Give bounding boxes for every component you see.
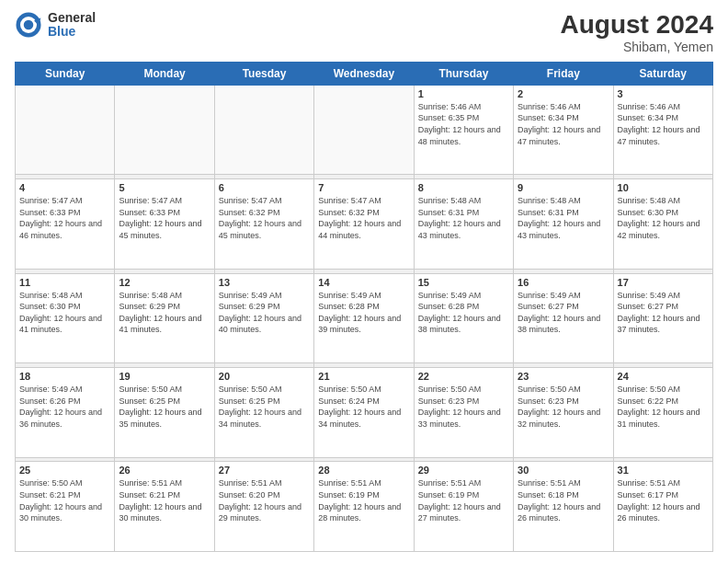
day-number: 16 <box>518 277 609 288</box>
day-info: Sunrise: 5:49 AM Sunset: 6:27 PM Dayligh… <box>618 290 709 336</box>
day-number: 17 <box>618 277 709 288</box>
week-row-4: 18Sunrise: 5:49 AM Sunset: 6:26 PM Dayli… <box>16 368 713 458</box>
day-number: 24 <box>618 371 709 382</box>
day-number: 25 <box>19 465 110 476</box>
day-number: 20 <box>219 371 310 382</box>
day-info: Sunrise: 5:51 AM Sunset: 6:20 PM Dayligh… <box>219 477 310 523</box>
day-info: Sunrise: 5:51 AM Sunset: 6:17 PM Dayligh… <box>618 477 709 523</box>
day-number: 18 <box>19 371 110 382</box>
day-number: 5 <box>119 182 210 193</box>
day-cell-23: 23Sunrise: 5:50 AM Sunset: 6:23 PM Dayli… <box>514 368 613 458</box>
empty-cell <box>314 85 414 175</box>
day-info: Sunrise: 5:49 AM Sunset: 6:29 PM Dayligh… <box>219 290 310 336</box>
day-info: Sunrise: 5:50 AM Sunset: 6:25 PM Dayligh… <box>219 384 310 430</box>
day-info: Sunrise: 5:46 AM Sunset: 6:34 PM Dayligh… <box>518 101 609 147</box>
day-info: Sunrise: 5:47 AM Sunset: 6:33 PM Dayligh… <box>119 195 210 241</box>
day-cell-27: 27Sunrise: 5:51 AM Sunset: 6:20 PM Dayli… <box>214 462 313 552</box>
day-number: 12 <box>119 277 210 288</box>
week-row-1: 1Sunrise: 5:46 AM Sunset: 6:35 PM Daylig… <box>16 85 713 175</box>
logo-blue: Blue <box>48 25 96 39</box>
day-info: Sunrise: 5:48 AM Sunset: 6:29 PM Dayligh… <box>119 290 210 336</box>
day-info: Sunrise: 5:50 AM Sunset: 6:22 PM Dayligh… <box>618 384 709 430</box>
day-cell-16: 16Sunrise: 5:49 AM Sunset: 6:27 PM Dayli… <box>514 273 613 363</box>
weekday-header-friday: Friday <box>514 62 613 85</box>
day-cell-19: 19Sunrise: 5:50 AM Sunset: 6:25 PM Dayli… <box>115 368 214 458</box>
day-number: 11 <box>19 277 110 288</box>
week-row-2: 4Sunrise: 5:47 AM Sunset: 6:33 PM Daylig… <box>16 179 713 270</box>
day-number: 27 <box>219 465 310 476</box>
day-info: Sunrise: 5:48 AM Sunset: 6:30 PM Dayligh… <box>618 195 709 241</box>
day-cell-24: 24Sunrise: 5:50 AM Sunset: 6:22 PM Dayli… <box>613 368 712 458</box>
day-info: Sunrise: 5:46 AM Sunset: 6:34 PM Dayligh… <box>618 101 709 147</box>
day-cell-11: 11Sunrise: 5:48 AM Sunset: 6:30 PM Dayli… <box>16 273 115 363</box>
day-info: Sunrise: 5:49 AM Sunset: 6:28 PM Dayligh… <box>318 290 409 336</box>
weekday-header-row: SundayMondayTuesdayWednesdayThursdayFrid… <box>16 62 713 85</box>
day-cell-21: 21Sunrise: 5:50 AM Sunset: 6:24 PM Dayli… <box>314 368 414 458</box>
day-cell-13: 13Sunrise: 5:49 AM Sunset: 6:29 PM Dayli… <box>214 273 313 363</box>
location: Shibam, Yemen <box>561 40 714 54</box>
day-number: 31 <box>618 465 709 476</box>
weekday-header-thursday: Thursday <box>414 62 513 85</box>
day-info: Sunrise: 5:49 AM Sunset: 6:28 PM Dayligh… <box>418 290 509 336</box>
weekday-header-tuesday: Tuesday <box>214 62 313 85</box>
day-cell-3: 3Sunrise: 5:46 AM Sunset: 6:34 PM Daylig… <box>613 85 712 175</box>
day-number: 4 <box>19 182 110 193</box>
weekday-header-monday: Monday <box>115 62 214 85</box>
day-cell-31: 31Sunrise: 5:51 AM Sunset: 6:17 PM Dayli… <box>613 462 712 552</box>
day-cell-30: 30Sunrise: 5:51 AM Sunset: 6:18 PM Dayli… <box>514 462 613 552</box>
day-cell-1: 1Sunrise: 5:46 AM Sunset: 6:35 PM Daylig… <box>414 85 513 175</box>
calendar-table: SundayMondayTuesdayWednesdayThursdayFrid… <box>15 62 713 552</box>
weekday-header-sunday: Sunday <box>16 62 115 85</box>
day-cell-15: 15Sunrise: 5:49 AM Sunset: 6:28 PM Dayli… <box>414 273 513 363</box>
day-info: Sunrise: 5:51 AM Sunset: 6:18 PM Dayligh… <box>518 477 609 523</box>
day-info: Sunrise: 5:48 AM Sunset: 6:31 PM Dayligh… <box>518 195 609 241</box>
logo-general: General <box>48 11 96 25</box>
day-info: Sunrise: 5:47 AM Sunset: 6:32 PM Dayligh… <box>318 195 409 241</box>
svg-point-2 <box>24 20 34 30</box>
day-cell-4: 4Sunrise: 5:47 AM Sunset: 6:33 PM Daylig… <box>16 179 115 270</box>
calendar-page: General Blue August 2024 Shibam, Yemen S… <box>0 0 728 563</box>
logo-text: General Blue <box>48 11 96 40</box>
day-cell-8: 8Sunrise: 5:48 AM Sunset: 6:31 PM Daylig… <box>414 179 513 270</box>
day-info: Sunrise: 5:50 AM Sunset: 6:23 PM Dayligh… <box>418 384 509 430</box>
day-number: 22 <box>418 371 509 382</box>
day-number: 7 <box>318 182 409 193</box>
day-number: 3 <box>618 88 709 99</box>
day-info: Sunrise: 5:48 AM Sunset: 6:30 PM Dayligh… <box>19 290 110 336</box>
day-info: Sunrise: 5:48 AM Sunset: 6:31 PM Dayligh… <box>418 195 509 241</box>
day-info: Sunrise: 5:49 AM Sunset: 6:26 PM Dayligh… <box>19 384 110 430</box>
title-block: August 2024 Shibam, Yemen <box>561 11 714 54</box>
week-row-3: 11Sunrise: 5:48 AM Sunset: 6:30 PM Dayli… <box>16 273 713 363</box>
day-number: 28 <box>318 465 409 476</box>
day-number: 2 <box>518 88 609 99</box>
day-number: 13 <box>219 277 310 288</box>
day-cell-18: 18Sunrise: 5:49 AM Sunset: 6:26 PM Dayli… <box>16 368 115 458</box>
day-number: 6 <box>219 182 310 193</box>
day-cell-12: 12Sunrise: 5:48 AM Sunset: 6:29 PM Dayli… <box>115 273 214 363</box>
day-number: 23 <box>518 371 609 382</box>
day-cell-29: 29Sunrise: 5:51 AM Sunset: 6:19 PM Dayli… <box>414 462 513 552</box>
day-info: Sunrise: 5:50 AM Sunset: 6:24 PM Dayligh… <box>318 384 409 430</box>
logo: General Blue <box>15 11 96 40</box>
day-number: 9 <box>518 182 609 193</box>
day-cell-17: 17Sunrise: 5:49 AM Sunset: 6:27 PM Dayli… <box>613 273 712 363</box>
day-info: Sunrise: 5:50 AM Sunset: 6:23 PM Dayligh… <box>518 384 609 430</box>
day-cell-2: 2Sunrise: 5:46 AM Sunset: 6:34 PM Daylig… <box>514 85 613 175</box>
month-year: August 2024 <box>561 11 714 40</box>
day-info: Sunrise: 5:50 AM Sunset: 6:25 PM Dayligh… <box>119 384 210 430</box>
day-number: 30 <box>518 465 609 476</box>
day-cell-28: 28Sunrise: 5:51 AM Sunset: 6:19 PM Dayli… <box>314 462 414 552</box>
empty-cell <box>16 85 115 175</box>
logo-icon <box>15 11 42 39</box>
day-cell-5: 5Sunrise: 5:47 AM Sunset: 6:33 PM Daylig… <box>115 179 214 270</box>
empty-cell <box>214 85 313 175</box>
day-info: Sunrise: 5:47 AM Sunset: 6:32 PM Dayligh… <box>219 195 310 241</box>
day-number: 29 <box>418 465 509 476</box>
day-info: Sunrise: 5:46 AM Sunset: 6:35 PM Dayligh… <box>418 101 509 147</box>
day-number: 8 <box>418 182 509 193</box>
day-info: Sunrise: 5:51 AM Sunset: 6:21 PM Dayligh… <box>119 477 210 523</box>
day-number: 10 <box>618 182 709 193</box>
weekday-header-saturday: Saturday <box>613 62 712 85</box>
day-cell-22: 22Sunrise: 5:50 AM Sunset: 6:23 PM Dayli… <box>414 368 513 458</box>
day-number: 26 <box>119 465 210 476</box>
